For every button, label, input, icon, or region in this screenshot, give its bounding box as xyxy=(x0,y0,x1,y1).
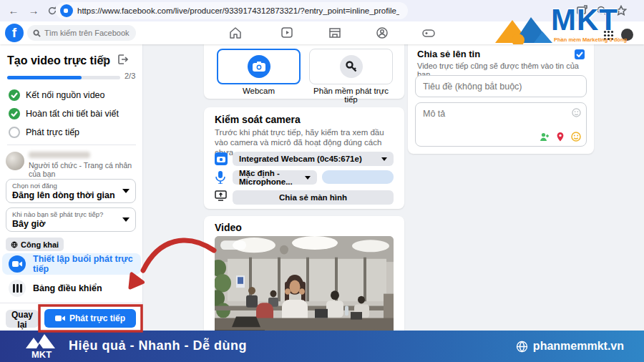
camera-control-card: Kiểm soát camera Trước khi phát trực tiế… xyxy=(204,107,404,209)
share-to-story-checkbox[interactable] xyxy=(575,49,585,59)
microphone-select[interactable]: Mặc định - Microphone... xyxy=(233,170,317,185)
exit-icon[interactable] xyxy=(117,54,128,65)
privacy-badge[interactable]: Công khai xyxy=(6,238,64,251)
chevron-down-icon xyxy=(122,189,130,193)
mkt-footer-bar: MKT Hiệu quả - Nhanh - Dễ dùng phanmemmk… xyxy=(0,331,644,362)
install-app-icon[interactable] xyxy=(576,5,587,16)
live-video-icon xyxy=(55,315,65,322)
streaming-software-tile[interactable] xyxy=(309,49,393,84)
sidebar-item-dashboard[interactable]: Bảng điều khiển xyxy=(2,278,141,299)
search-icon xyxy=(33,29,41,37)
back-button[interactable]: Quay lại xyxy=(6,310,39,328)
step-post-details: Hoàn tất chi tiết bài viết xyxy=(9,107,119,120)
check-icon xyxy=(9,89,20,101)
marketplace-tab-icon[interactable] xyxy=(327,26,343,40)
stream-title-input[interactable] xyxy=(415,75,587,97)
page: ← → f xyxy=(0,0,644,362)
step-go-live: Phát trực tiếp xyxy=(9,126,79,139)
globe-icon xyxy=(516,341,528,353)
camera-icon xyxy=(248,55,270,78)
screen-share-icon xyxy=(215,190,228,203)
footer-website: phanmemmkt.vn xyxy=(516,340,624,353)
sidebar-footer: Quay lại Phát trực tiếp xyxy=(0,303,142,331)
share-to-story-card: Chia sẻ lên tin Video trực tiếp cũng sẽ … xyxy=(408,44,594,154)
avatar xyxy=(6,152,24,170)
progress-bar xyxy=(7,76,120,79)
search-input[interactable] xyxy=(44,29,130,37)
stream-description-input[interactable] xyxy=(417,104,560,133)
zoom-icon[interactable] xyxy=(596,5,608,16)
url-input[interactable] xyxy=(77,6,399,15)
main-content: Tạo video trực tiếp ? 2/3 Kết nối nguồn … xyxy=(0,44,644,331)
go-live-button[interactable]: Phát trực tiếp xyxy=(44,309,136,328)
facebook-header: f xyxy=(0,21,644,44)
profile-subtitle: Người tổ chức - Trang cá nhân của bạn xyxy=(29,161,140,178)
sidebar-item-stream-setup[interactable]: Thiết lập buổi phát trực tiếp xyxy=(2,253,141,275)
home-tab-icon[interactable] xyxy=(228,26,243,40)
bookmark-star-icon[interactable] xyxy=(615,5,627,16)
watch-tab-icon[interactable] xyxy=(279,26,295,40)
step-connect-source: Kết nối nguồn video xyxy=(9,89,105,102)
post-destination-select[interactable]: Chọn nơi đăng Đăng lên dòng thời gian xyxy=(6,179,136,203)
facebook-logo[interactable]: f xyxy=(5,24,24,42)
camera-select[interactable]: Integrated Webcam (0c45:671e) xyxy=(233,152,394,166)
video-card: Video xyxy=(204,216,404,331)
footer-slogan: Hiệu quả - Nhanh - Dễ dùng xyxy=(69,338,247,353)
software-label: Phần mềm phát trực tiếp xyxy=(309,87,393,104)
emoji-icon[interactable] xyxy=(572,108,581,117)
fb-menu-grid-icon[interactable] xyxy=(603,30,614,44)
stream-key-icon xyxy=(340,55,363,78)
mkt-footer-logo-icon: MKT xyxy=(24,333,59,360)
globe-icon xyxy=(11,241,18,248)
gaming-tab-icon[interactable] xyxy=(421,26,436,40)
profile-name-redacted xyxy=(29,152,90,158)
share-to-story-title: Chia sẻ lên tin xyxy=(417,49,480,59)
mic-level-meter xyxy=(322,170,394,184)
check-icon xyxy=(576,52,583,57)
chevron-down-icon xyxy=(305,176,311,180)
chevron-down-icon xyxy=(381,157,387,161)
stream-description-box xyxy=(415,102,587,147)
browser-forward-icon[interactable]: → xyxy=(26,3,42,19)
webcam-label: Webcam xyxy=(217,87,301,95)
browser-bar: ← → xyxy=(0,0,644,21)
camera-control-title: Kiểm soát camera xyxy=(215,114,301,125)
webcam-source-tile[interactable] xyxy=(217,49,301,84)
divider xyxy=(7,145,136,145)
sidebar: Tạo video trực tiếp ? 2/3 Kết nối nguồn … xyxy=(0,44,143,331)
facebook-search[interactable] xyxy=(27,25,136,41)
camera-icon xyxy=(215,152,228,165)
profile-avatar-icon[interactable] xyxy=(621,29,633,41)
location-pin-icon[interactable] xyxy=(555,132,565,142)
webcam-office-scene xyxy=(215,236,394,331)
video-preview xyxy=(215,236,394,331)
live-video-icon xyxy=(9,255,26,273)
schedule-select[interactable]: Khi nào bạn sẽ phát trực tiếp? Bây giờ xyxy=(6,207,136,232)
source-select-card: Webcam Phần mềm phát trực tiếp xyxy=(204,44,404,99)
browser-back-icon[interactable]: ← xyxy=(6,3,21,19)
progress-label: 2/3 xyxy=(125,72,135,80)
chevron-down-icon xyxy=(122,217,130,222)
feeling-icon[interactable] xyxy=(571,132,581,142)
dashboard-columns-icon xyxy=(9,280,26,297)
microphone-icon xyxy=(215,171,228,184)
address-bar[interactable] xyxy=(56,2,408,19)
tag-people-icon[interactable] xyxy=(540,132,550,142)
circle-icon xyxy=(9,127,20,138)
page-title: Tạo video trực tiếp xyxy=(7,54,110,67)
site-favicon xyxy=(60,4,73,17)
screen-share-button[interactable]: Chia sẻ màn hình xyxy=(233,190,394,205)
check-icon xyxy=(9,108,20,119)
video-section-title: Video xyxy=(215,222,242,233)
groups-tab-icon[interactable] xyxy=(374,26,390,40)
help-icon[interactable]: ? xyxy=(102,55,107,66)
svg-text:MKT: MKT xyxy=(31,349,52,360)
